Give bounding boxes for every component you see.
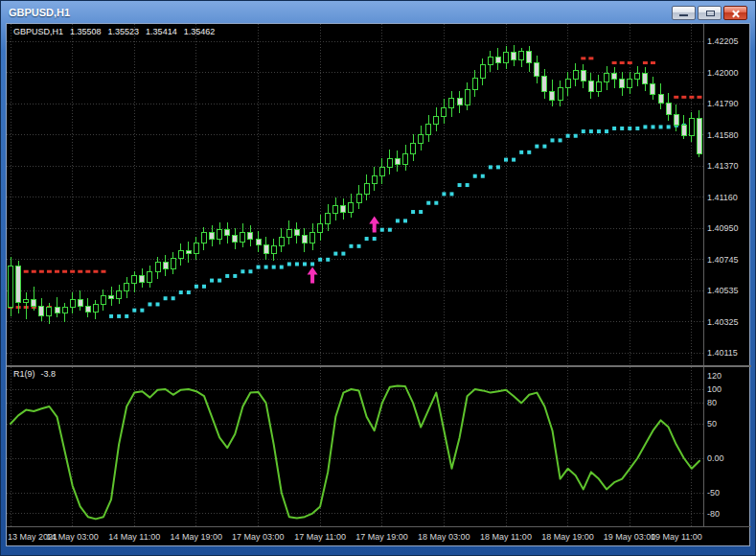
down-trend-dash xyxy=(689,96,694,99)
price-axis-label: 1.42205 xyxy=(707,36,739,46)
up-trend-dot xyxy=(481,174,485,178)
candle-body xyxy=(39,306,44,316)
time-axis-label: 18 May 19:00 xyxy=(541,532,594,542)
price-axis-label: 1.41160 xyxy=(707,193,738,202)
candle-body xyxy=(697,118,701,153)
up-trend-dot xyxy=(248,269,252,273)
up-trend-dot xyxy=(667,125,671,128)
up-trend-dot xyxy=(458,183,462,187)
candle-body xyxy=(16,266,21,303)
up-trend-dot xyxy=(125,314,128,318)
window-controls xyxy=(672,6,747,20)
buy-arrow-icon xyxy=(369,217,379,233)
candle-body xyxy=(542,77,547,92)
indicator-axis-label: 0.00 xyxy=(707,453,724,463)
candle-body xyxy=(379,167,384,175)
candle-body xyxy=(101,295,105,304)
up-trend-dot xyxy=(426,201,430,205)
candle-body xyxy=(194,243,198,254)
candle-body xyxy=(558,88,562,100)
price-axis-label: 1.40115 xyxy=(707,348,738,358)
close-button[interactable] xyxy=(723,6,747,20)
price-axis-label: 1.40745 xyxy=(707,255,739,265)
chart-window: GBPUSD,H1 GBPUSD,H1 1.35508 1.35523 1.35… xyxy=(0,0,756,556)
up-trend-dot xyxy=(280,266,284,269)
candle-body xyxy=(256,239,261,244)
indicator-axis-label: -80 xyxy=(707,509,720,519)
close-icon xyxy=(724,7,746,19)
candle-body xyxy=(286,230,291,238)
indicator-pane[interactable]: R1(9) -3.8 xyxy=(7,367,703,526)
up-trend-dot xyxy=(434,201,438,205)
up-trend-dot xyxy=(411,210,415,214)
oscillator-line xyxy=(11,385,699,519)
candle-body xyxy=(681,126,686,136)
down-trend-dash xyxy=(101,270,105,273)
up-trend-dot xyxy=(473,174,477,178)
candle-body xyxy=(658,94,663,103)
up-trend-dot xyxy=(643,125,647,128)
indicator-axis-label: 80 xyxy=(707,398,717,407)
candle-body xyxy=(565,80,570,88)
candle-body xyxy=(628,80,632,88)
quote-open: 1.35508 xyxy=(70,27,102,36)
price-axis-label: 1.40325 xyxy=(707,317,739,327)
time-axis[interactable]: 13 May 202114 May 03:0014 May 11:0014 Ma… xyxy=(7,526,751,547)
time-axis-label: 18 May 11:00 xyxy=(480,532,532,542)
candle-body xyxy=(356,194,361,202)
down-trend-dash xyxy=(39,270,44,273)
candle-body xyxy=(218,230,222,239)
candle-body xyxy=(612,73,617,79)
price-axis-label: 1.41370 xyxy=(707,161,739,171)
price-axis[interactable]: 1.422051.420001.417901.415801.413701.411… xyxy=(703,24,751,365)
candle-body xyxy=(472,78,477,89)
titlebar[interactable]: GBPUSD,H1 xyxy=(6,2,750,23)
up-trend-dot xyxy=(396,219,400,222)
indicator-axis[interactable]: 12010080500.00-50-80 xyxy=(703,367,751,526)
candle-body xyxy=(210,233,215,239)
down-trend-dash xyxy=(697,96,701,99)
time-axis-label: 18 May 03:00 xyxy=(418,532,470,542)
candle-body xyxy=(225,230,230,236)
candle-body xyxy=(643,73,648,83)
restore-button[interactable] xyxy=(698,6,722,20)
down-trend-dash xyxy=(55,270,59,273)
candle-body xyxy=(372,176,377,184)
up-trend-dot xyxy=(442,192,446,196)
price-axis-label: 1.41580 xyxy=(707,130,739,140)
up-trend-dot xyxy=(341,252,345,256)
down-trend-dash xyxy=(612,61,617,64)
down-trend-dash xyxy=(588,57,593,59)
up-trend-dot xyxy=(210,279,214,283)
time-axis-label: 14 May 03:00 xyxy=(46,532,99,542)
minimize-button[interactable] xyxy=(672,6,696,20)
up-trend-dot xyxy=(318,258,322,262)
time-axis-label: 14 May 11:00 xyxy=(108,532,160,542)
up-trend-dot xyxy=(512,158,515,162)
up-trend-dot xyxy=(295,262,299,266)
candle-body xyxy=(465,90,470,105)
indicator-name: R1(9) xyxy=(13,369,35,379)
time-axis-label: 14 May 19:00 xyxy=(170,532,222,542)
up-trend-dot xyxy=(651,125,654,128)
up-trend-dot xyxy=(388,228,392,232)
down-trend-dash xyxy=(78,270,82,273)
up-trend-dot xyxy=(574,134,578,138)
time-axis-label: 19 May 11:00 xyxy=(651,532,702,542)
candle-body xyxy=(527,51,532,62)
candle-body xyxy=(117,290,122,298)
down-trend-dash xyxy=(681,96,686,99)
minimize-icon xyxy=(679,14,688,16)
main-price-pane[interactable]: GBPUSD,H1 1.35508 1.35523 1.35414 1.3546… xyxy=(7,24,703,365)
candle-body xyxy=(364,184,369,195)
indicator-label: R1(9) -3.8 xyxy=(13,369,56,379)
up-trend-dot xyxy=(605,129,608,133)
up-trend-dot xyxy=(628,127,631,130)
candle-body xyxy=(495,57,500,62)
price-axis-label: 1.40950 xyxy=(707,223,739,233)
quote-close: 1.35462 xyxy=(184,27,216,36)
down-trend-dash xyxy=(93,270,98,273)
candle-body xyxy=(248,233,253,239)
candle-body xyxy=(55,308,59,313)
price-axis-label: 1.42000 xyxy=(707,68,739,78)
